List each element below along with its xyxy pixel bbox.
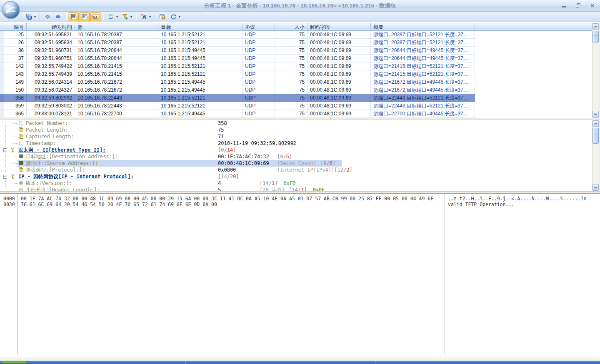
- hex-row[interactable]: 003076 61 6C 69 64 20 54 46 54 50 20 4F …: [0, 202, 600, 207]
- dropdown-caret[interactable]: ▾: [34, 15, 36, 19]
- cell-absolute-time: 09:32:59.802992: [27, 94, 75, 102]
- packet-row[interactable]: 14309:32:55.74943910.165.16.78:2141510.1…: [0, 70, 475, 78]
- decode-tree-scrollbar[interactable]: [592, 120, 599, 191]
- close-button[interactable]: [588, 2, 596, 8]
- cell-size: 75: [275, 110, 308, 118]
- restore-button[interactable]: [574, 2, 582, 8]
- tree-field-value-group: 0x0800(Internet IP(IPv4))[12/2]: [218, 167, 352, 173]
- cell-protocol: UDP: [242, 78, 275, 86]
- column-header-destination[interactable]: 目标: [158, 23, 242, 30]
- hex-row[interactable]: 000000 1E 7A AC 74 32 00 00 48 1C 09 69 …: [0, 196, 600, 202]
- tree-row[interactable]: 版本:[Version:]:4[14/1]0xF0: [0, 180, 592, 187]
- scroll-thumb[interactable]: [592, 128, 599, 144]
- packet-row[interactable]: 3709:32:51.96075110.165.16.78:2064410.16…: [0, 55, 475, 62]
- view-hex-button[interactable]: 0X: [90, 12, 100, 21]
- main-toolbar: ▾0X▾▾A▾▾: [0, 12, 600, 22]
- column-header-number[interactable]: 编号: [4, 23, 27, 30]
- column-header-size[interactable]: 大小: [275, 23, 308, 30]
- cell-decode-field: 00:00:48:1C:09:69: [308, 47, 371, 55]
- column-header-summary[interactable]: 概要: [371, 23, 475, 30]
- packet-row[interactable]: 35909:32:59.80300210.165.16.78:2244310.1…: [0, 102, 475, 110]
- window-title: 分析工程 1 - 全面分析 - 10.165.16.78 - 10.165.16…: [204, 2, 396, 10]
- cell-protocol: UDP: [242, 102, 275, 110]
- column-header-absolute-time[interactable]: 绝对时间: [27, 23, 75, 30]
- packet-row[interactable]: 14909:32:56.02431410.165.16.78:2167210.1…: [0, 78, 475, 86]
- cell-number: 365: [4, 110, 27, 118]
- packet-row[interactable]: 14209:32:55.74942210.165.16.78:2141510.1…: [0, 62, 475, 70]
- hex-bytes[interactable]: 00 1E 7A AC 74 32 00 00 48 1C 09 69 08 0…: [21, 196, 433, 202]
- detail-view-icon: [81, 13, 88, 20]
- packet-row[interactable]: 35809:32:59.80299210.165.16.78:2244310.1…: [0, 94, 475, 102]
- tree-row[interactable]: 头部长度:[Header Length:]:5(20 字节)[14/1]0x0F: [0, 187, 592, 191]
- tree-row[interactable]: Timestamp:2010-11-19 09:32:59.802992: [0, 140, 592, 147]
- scroll-thumb[interactable]: [592, 31, 599, 42]
- packet-row[interactable]: 36509:33:00.07812110.165.16.78:2270010.1…: [0, 110, 475, 118]
- scroll-down-button[interactable]: [592, 111, 599, 117]
- cell-destination: 10.165.1.215:52121: [158, 31, 242, 39]
- tree-field-label: 以太网 - II[Ethernet Type II]:: [18, 147, 105, 153]
- hex-dump-pane: 000000 1E 7A AC 74 32 00 00 48 1C 09 69 …: [0, 194, 600, 357]
- tree-field-label: Packet Number:: [26, 120, 68, 126]
- status-progress-indicator: [2, 361, 27, 364]
- tree-row[interactable]: 以太网 - II[Ethernet Type II]:[0/14]: [0, 147, 592, 153]
- packet-row[interactable]: 15009:32:56.02432710.165.16.78:2167210.1…: [0, 86, 475, 94]
- column-header-protocol[interactable]: 协议: [242, 23, 275, 30]
- cell-decode-field: 00:00:48:1C:09:69: [308, 86, 371, 94]
- scroll-up-button[interactable]: [592, 120, 599, 127]
- cell-source: 10.165.16.78:20387: [75, 31, 158, 39]
- scroll-up-button[interactable]: [592, 23, 599, 30]
- dropdown-caret[interactable]: ▾: [130, 15, 132, 19]
- dropdown-caret[interactable]: ▾: [179, 15, 180, 19]
- minimize-button[interactable]: [560, 2, 568, 8]
- tree-row[interactable]: 协议类型:[Protocol:]:0x0800(Internet IP(IPv4…: [0, 167, 592, 173]
- packet-row[interactable]: 2609:32:51.69583410.165.16.78:2038710.16…: [0, 39, 475, 47]
- scroll-down-button[interactable]: [592, 184, 599, 191]
- cell-destination: 10.165.1.215:49445: [158, 110, 242, 118]
- tree-field-value-group: 00:1E:7A:AC:74:32[0/6]: [218, 153, 292, 160]
- column-header-source[interactable]: 源: [75, 23, 158, 30]
- cell-destination: 10.165.1.215:52121: [158, 102, 242, 110]
- column-header-decode-field[interactable]: 解码字段: [308, 23, 371, 30]
- cell-summary: 源端口=20644;目标端口=49445;长度=37;...: [371, 47, 475, 55]
- field-value: 2010-11-19 09:32:59.802992: [218, 140, 296, 147]
- tree-row[interactable]: Captured Length:71: [0, 133, 592, 140]
- hex-bytes[interactable]: 76 61 6C 69 64 20 54 46 54 50 20 4F 70 6…: [21, 202, 217, 207]
- packet-table-scrollbar[interactable]: [592, 23, 599, 118]
- column-header-selector[interactable]: [0, 23, 4, 30]
- tree-row[interactable]: Packet Number:358: [0, 120, 592, 127]
- cell-decode-field: 00:00:48:1C:09:69: [308, 70, 371, 78]
- filter-button[interactable]: [120, 12, 130, 21]
- hex-ascii[interactable]: ..z.t2..H..i..E..9.j..<.A....N....W....%…: [448, 196, 586, 202]
- field-length: 6: [286, 154, 289, 160]
- forward-button[interactable]: [53, 12, 63, 21]
- packet-row[interactable]: 2509:32:51.69582110.165.16.78:2038710.16…: [0, 31, 475, 39]
- chevron-down-icon: [593, 186, 598, 189]
- tree-row[interactable]: IP - 因特网协议[IP - Internet Protocol]:[14/2…: [0, 173, 592, 180]
- expand-toggle[interactable]: [3, 175, 7, 179]
- view-detail-button[interactable]: [80, 12, 90, 21]
- cell-protocol: UDP: [242, 86, 275, 94]
- cell-decode-field: 00:00:48:1C:09:69: [308, 31, 371, 39]
- expand-toggle[interactable]: [3, 148, 7, 152]
- cell-summary: 源端口=21672;目标端口=49445;长度=37;...: [371, 78, 475, 86]
- cell-size: 75: [275, 47, 308, 55]
- tree-field-label: 目标地址:[Destination Address:]:: [26, 154, 118, 160]
- dropdown-caret[interactable]: ▾: [116, 15, 118, 19]
- cell-decode-field: 00:00:48:1C:09:69: [308, 102, 371, 110]
- back-button[interactable]: [42, 12, 52, 21]
- cell-number: 25: [4, 31, 27, 39]
- field-value: 0x0800: [218, 167, 277, 173]
- save-button[interactable]: [24, 12, 34, 21]
- lock-table-button[interactable]: [158, 12, 168, 21]
- tree-row[interactable]: Packet Length:75: [0, 127, 592, 133]
- font-button[interactable]: A: [139, 12, 149, 21]
- cell-summary: 源端口=21672;目标端口=49445;长度=37;...: [371, 86, 475, 94]
- transform-button[interactable]: [106, 12, 116, 21]
- refresh-button[interactable]: [168, 12, 178, 21]
- tree-row[interactable]: 源地址:[Source Address:]:00:00:48:1C:09:69(…: [0, 160, 592, 167]
- dropdown-caret[interactable]: ▾: [149, 15, 151, 19]
- hex-ascii[interactable]: valid TFTP Operation...: [448, 202, 514, 207]
- view-list-button[interactable]: [69, 12, 79, 21]
- tree-row[interactable]: 目标地址:[Destination Address:]:00:1E:7A:AC:…: [0, 153, 592, 160]
- packet-row[interactable]: 3609:32:51.96073110.165.16.78:2064410.16…: [0, 47, 475, 55]
